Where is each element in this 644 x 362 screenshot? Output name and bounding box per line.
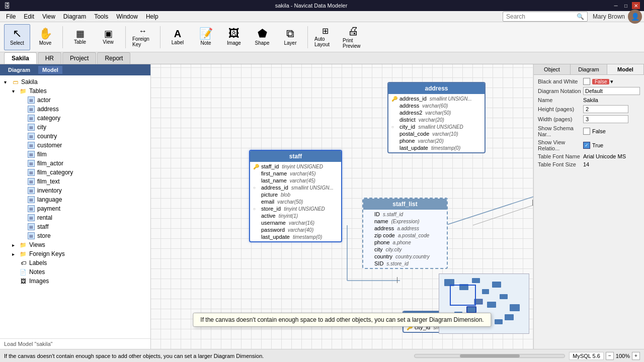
show-view-checkbox[interactable]: ✓: [583, 142, 590, 149]
zoom-in-button[interactable]: +: [632, 352, 640, 360]
search-box[interactable]: 🔍: [503, 12, 588, 22]
fk-arrow[interactable]: ▸: [12, 251, 18, 257]
table-row: city city.city: [363, 246, 447, 253]
sidebar-item-customer[interactable]: ▤ customer: [18, 141, 148, 150]
sidebar-item-city[interactable]: ▤ city: [18, 123, 148, 132]
rpanel-tab-diagram[interactable]: Diagram: [571, 64, 607, 74]
sidebar-item-address[interactable]: ▤ address: [18, 105, 148, 114]
menu-view[interactable]: View: [38, 12, 59, 21]
sidebar-item-inventory[interactable]: ▤ inventory: [18, 186, 148, 195]
canvas[interactable]: | ○ | address 🔑 address_id smallint UNSI…: [151, 64, 533, 349]
sidebar-item-payment[interactable]: ▤ payment: [18, 204, 148, 213]
shape-button[interactable]: ⬟ Shape: [249, 24, 275, 50]
sidebar-tree[interactable]: ▾ 🗃 Sakila ▾ 📁 Tables ▤ actor: [0, 75, 150, 338]
menu-diagram[interactable]: Diagram: [59, 12, 90, 21]
sidebar-item-language[interactable]: ▤ language: [18, 195, 148, 204]
foreign-key-button[interactable]: ↔ Foreign Key: [130, 24, 156, 50]
shape-label: Shape: [255, 40, 270, 46]
view-icon: ▣: [104, 29, 113, 38]
height-pages-input[interactable]: [583, 105, 628, 113]
sidebar-footer: Load Model "sakila": [0, 338, 150, 349]
tree-views[interactable]: ▸ 📁 Views: [10, 240, 148, 249]
window-controls: ─ □ ✕: [612, 2, 640, 9]
close-button[interactable]: ✕: [632, 2, 640, 9]
tree-tables[interactable]: ▾ 📁 Tables: [10, 86, 148, 96]
menu-window[interactable]: Window: [112, 12, 142, 21]
tree-root-sakila[interactable]: ▾ 🗃 Sakila: [2, 77, 148, 86]
labels-label: Labels: [29, 259, 47, 266]
table-button[interactable]: ▦ Table: [67, 24, 93, 50]
sidebar-item-film-actor[interactable]: ▤ film_actor: [18, 159, 148, 168]
svg-rect-15: [487, 302, 496, 308]
tree-images[interactable]: 🖼 Images: [10, 277, 148, 286]
rpanel-tab-object[interactable]: Object: [534, 64, 571, 74]
minimize-button[interactable]: ─: [612, 2, 620, 9]
user-name: Mary Brown: [593, 13, 625, 20]
table-address[interactable]: address 🔑 address_id smallint UNSIGN... …: [387, 82, 486, 153]
image-label: Image: [227, 40, 241, 46]
table-name-film: film: [37, 151, 47, 158]
tab-sakila[interactable]: Sakila: [4, 52, 37, 64]
sidebar-tab-model[interactable]: Model: [38, 66, 62, 74]
horizontal-scrollbar[interactable]: [414, 354, 565, 358]
menubar: File Edit View Diagram Tools Window Help…: [0, 11, 644, 22]
menu-help[interactable]: Help: [142, 12, 163, 21]
auto-layout-button[interactable]: ⊞ Auto Layout: [312, 24, 338, 50]
tables-section: ▾ 📁 Tables ▤ actor ▤ address: [2, 86, 148, 240]
select-label: Select: [10, 40, 24, 46]
table-name-film-category: film_category: [37, 169, 73, 176]
toolbar-sep-1: [62, 26, 63, 48]
sidebar-item-category[interactable]: ▤ category: [18, 114, 148, 123]
table-name-country: country: [37, 133, 57, 140]
table-row: password varchar(40): [250, 226, 341, 233]
tables-arrow[interactable]: ▾: [12, 88, 18, 94]
sidebar-item-country[interactable]: ▤ country: [18, 132, 148, 141]
tab-project[interactable]: Project: [62, 52, 96, 64]
view-staff-list[interactable]: staff_list ID s.staff_id name (Expressio…: [362, 198, 448, 269]
zoom-out-button[interactable]: −: [606, 352, 614, 360]
diagram-notation-value[interactable]: Default: [583, 87, 640, 95]
black-white-checkbox[interactable]: [583, 78, 590, 85]
menu-file[interactable]: File: [2, 12, 20, 21]
search-input[interactable]: [506, 13, 577, 20]
sidebar-item-film-text[interactable]: ▤ film_text: [18, 177, 148, 186]
tab-hr[interactable]: HR: [38, 52, 61, 64]
sidebar-item-rental[interactable]: ▤ rental: [18, 213, 148, 222]
tree-foreign-keys[interactable]: ▸ 📁 Foreign Keys: [10, 249, 148, 258]
print-preview-button[interactable]: 🖨 Print Preview: [340, 24, 366, 50]
svg-rect-19: [495, 319, 503, 324]
scrollbar-thumb[interactable]: [460, 354, 520, 357]
width-pages-label: Width (pages): [538, 116, 583, 122]
note-label: Note: [200, 40, 211, 46]
sidebar-item-store[interactable]: ▤ store: [18, 231, 148, 240]
layer-button[interactable]: ⧉ Layer: [277, 24, 303, 50]
move-button[interactable]: ✋ Move: [32, 24, 58, 50]
label-button[interactable]: A Label: [165, 24, 191, 50]
window-title: sakila - Navicat Data Modeler: [11, 3, 612, 9]
tree-notes[interactable]: 📄 Notes: [10, 267, 148, 277]
show-schema-checkbox[interactable]: [583, 128, 590, 135]
sidebar-item-film-category[interactable]: ▤ film_category: [18, 168, 148, 177]
sidebar-item-staff[interactable]: ▤ staff: [18, 222, 148, 231]
note-button[interactable]: 📝 Note: [193, 24, 219, 50]
menu-edit[interactable]: Edit: [20, 12, 38, 21]
canvas-area[interactable]: | ○ | address 🔑 address_id smallint UNSI…: [151, 64, 533, 349]
table-staff[interactable]: staff 🔑 staff_id tinyint UNSIGNED first_…: [249, 150, 342, 242]
expand-arrow[interactable]: ▾: [4, 79, 10, 85]
image-button[interactable]: 🖼 Image: [221, 24, 247, 50]
dropdown-arrow-icon[interactable]: ▾: [610, 78, 613, 85]
view-button[interactable]: ▣ View: [95, 24, 121, 50]
sidebar-tab-diagram[interactable]: Diagram: [4, 66, 34, 74]
sidebar-item-actor[interactable]: ▤ actor: [18, 96, 148, 105]
rpanel-tab-model[interactable]: Model: [607, 64, 644, 74]
menu-tools[interactable]: Tools: [90, 12, 112, 21]
tab-report[interactable]: Report: [97, 52, 130, 64]
tree-labels[interactable]: 🏷 Labels: [10, 258, 148, 267]
maximize-button[interactable]: □: [622, 2, 630, 9]
select-button[interactable]: ↖ Select: [4, 24, 30, 50]
fk-label: Foreign Keys: [29, 250, 65, 257]
label-label: Label: [172, 40, 184, 45]
views-arrow[interactable]: ▸: [12, 242, 18, 248]
width-pages-input[interactable]: [583, 115, 628, 123]
sidebar-item-film[interactable]: ▤ film: [18, 150, 148, 159]
